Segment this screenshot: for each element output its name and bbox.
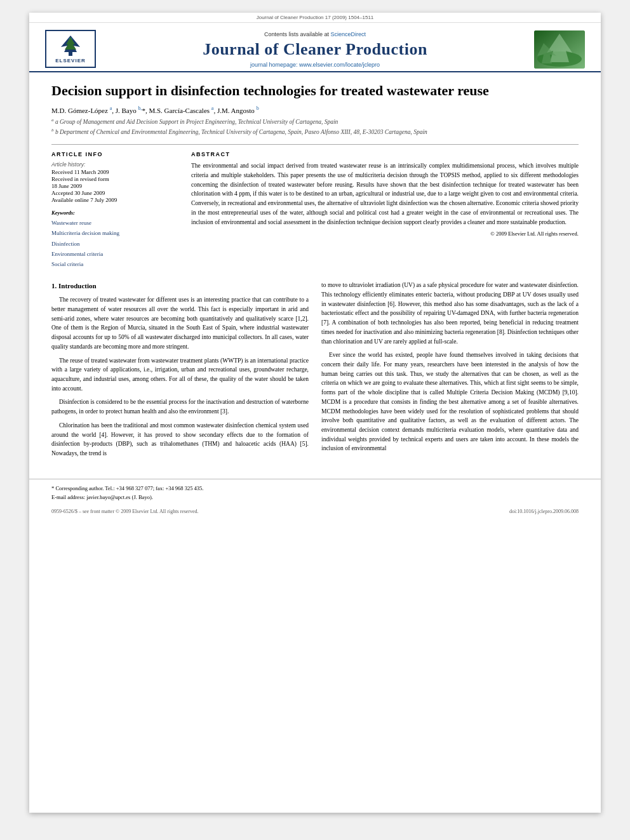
- article-title: Decision support in disinfection technol…: [51, 82, 579, 100]
- elsevier-text: ELSEVIER: [55, 58, 86, 63]
- journal-citation: Journal of Cleaner Production 17 (2009) …: [29, 13, 601, 23]
- journal-title: Journal of Cleaner Production: [105, 39, 525, 59]
- doi-line: doi:10.1016/j.jclepro.2009.06.008: [509, 509, 579, 514]
- keyword-4: Environmental criteria: [51, 249, 178, 259]
- journal-header: ELSEVIER Contents lists available at Sci…: [29, 23, 601, 72]
- intro-para-4: Chlorination has been the traditional an…: [51, 421, 309, 458]
- journal-logo-image: CleanerProduction: [531, 28, 588, 71]
- keywords-section: Keywords: Wastewater reuse Multicriteria…: [51, 210, 178, 269]
- article-info-box: ARTICLE INFO Article history: Received 1…: [51, 151, 178, 269]
- accepted-date: Accepted 30 June 2009: [51, 190, 178, 196]
- issn-line: 0959-6526/$ – see front matter © 2009 El…: [51, 509, 199, 514]
- article-page: Journal of Cleaner Production 17 (2009) …: [29, 13, 601, 813]
- svg-rect-0: [69, 52, 72, 56]
- email-address: E-mail address: javier.bayo@upct.es (J. …: [51, 493, 579, 502]
- authors-line: M.D. Gómez-López a, J. Bayo b,*, M.S. Ga…: [51, 105, 579, 114]
- intro-para-1: The recovery of treated wastewater for d…: [51, 295, 309, 351]
- keyword-2: Multicriteria decision making: [51, 228, 178, 238]
- received-revised-label: Received in revised form: [51, 176, 178, 182]
- copyright-line: © 2009 Elsevier Ltd. All rights reserved…: [191, 230, 579, 237]
- affiliations: a a Group of Management and Aid Decision…: [51, 117, 579, 137]
- footer-bottom: 0959-6526/$ – see front matter © 2009 El…: [29, 506, 601, 517]
- history-label: Article history:: [51, 161, 178, 168]
- abstract-section: ABSTRACT The environmental and social im…: [191, 151, 579, 269]
- elsevier-logo: ELSEVIER: [42, 28, 99, 71]
- keyword-3: Disinfection: [51, 239, 178, 249]
- column-right: to move to ultraviolet irradiation (UV) …: [321, 281, 579, 463]
- available-date: Available online 7 July 2009: [51, 197, 178, 203]
- main-content: 1. Introduction The recovery of treated …: [51, 281, 579, 463]
- footer-notes: * Corresponding author. Tel.: +34 968 32…: [29, 479, 601, 507]
- right-para-2: Ever since the world has existed, people…: [321, 350, 579, 453]
- intro-para-3: Disinfection is considered to be the ess…: [51, 397, 309, 416]
- keyword-1: Wastewater reuse: [51, 218, 178, 228]
- abstract-text: The environmental and social impact deri…: [191, 161, 579, 227]
- revised-date: 18 June 2009: [51, 183, 178, 189]
- intro-heading: 1. Introduction: [51, 281, 309, 291]
- sciencedirect-line: Contents lists available at ScienceDirec…: [105, 31, 525, 37]
- abstract-heading: ABSTRACT: [191, 151, 579, 157]
- article-body: Decision support in disinfection technol…: [29, 72, 601, 476]
- article-info-heading: ARTICLE INFO: [51, 151, 178, 157]
- received-date: Received 11 March 2009: [51, 169, 178, 175]
- column-left: 1. Introduction The recovery of treated …: [51, 281, 309, 463]
- corresponding-author: * Corresponding author. Tel.: +34 968 32…: [51, 484, 579, 493]
- keyword-5: Social criteria: [51, 259, 178, 269]
- info-section: ARTICLE INFO Article history: Received 1…: [51, 151, 579, 269]
- journal-center-header: Contents lists available at ScienceDirec…: [99, 28, 531, 71]
- keywords-label: Keywords:: [51, 210, 178, 216]
- journal-homepage: journal homepage: www.elsevier.com/locat…: [105, 62, 525, 68]
- right-para-1: to move to ultraviolet irradiation (UV) …: [321, 281, 579, 346]
- intro-para-2: The reuse of treated wastewater from was…: [51, 356, 309, 394]
